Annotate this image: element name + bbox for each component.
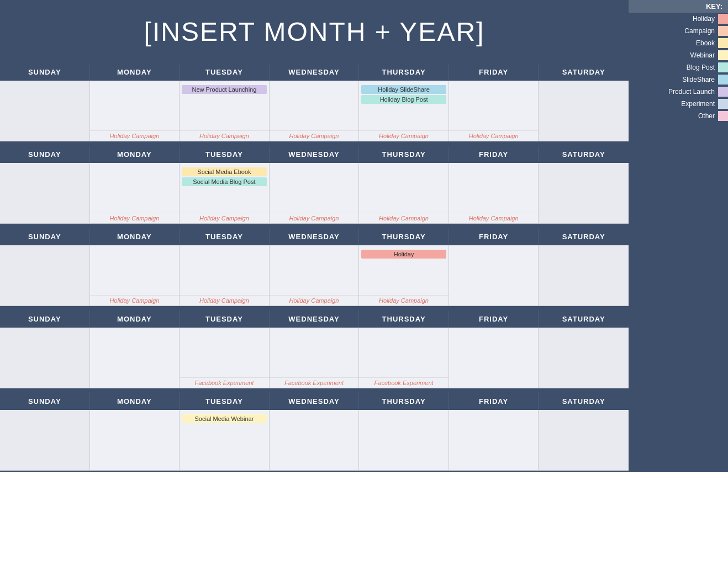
day-cell-week0-day3: Holiday Campaign	[270, 81, 360, 141]
event-tag[interactable]: Social Media Blog Post	[182, 177, 267, 186]
week-body-3: Facebook ExperimentFacebook ExperimentFa…	[0, 328, 629, 389]
day-header-wednesday: WEDNESDAY	[270, 310, 360, 328]
day-header-sunday: SUNDAY	[0, 393, 90, 410]
day-cell-week4-day1	[90, 410, 180, 471]
bottom-campaign-label: Facebook Experiment	[270, 377, 359, 388]
event-tag[interactable]: Social Media Webinar	[182, 414, 267, 423]
week-header-2: SUNDAYMONDAYTUESDAYWEDNESDAYTHURSDAYFRID…	[0, 228, 629, 245]
day-cell-week3-day2: Facebook Experiment	[180, 328, 270, 388]
week-body-2: Holiday CampaignHoliday CampaignHoliday …	[0, 245, 629, 307]
day-header-wednesday: WEDNESDAY	[270, 393, 360, 410]
day-cell-week1-day4: Holiday Campaign	[359, 163, 449, 224]
key-panel: KEY: HolidayCampaignEbookWebinarBlog Pos…	[629, 0, 728, 472]
day-cell-week4-day3	[270, 410, 360, 471]
day-header-friday: FRIDAY	[449, 393, 539, 410]
bottom-campaign-label: Holiday Campaign	[90, 295, 180, 306]
day-header-thursday: THURSDAY	[359, 310, 449, 328]
day-cell-week4-day2: Social Media Webinar	[180, 410, 270, 471]
day-header-monday: MONDAY	[90, 228, 180, 245]
day-header-thursday: THURSDAY	[359, 146, 449, 163]
day-cell-week0-day2: New Product LaunchingHoliday Campaign	[180, 81, 270, 141]
day-header-tuesday: TUESDAY	[180, 228, 270, 245]
day-header-friday: FRIDAY	[449, 146, 539, 163]
day-header-sunday: SUNDAY	[0, 228, 90, 245]
event-tags: New Product Launching	[180, 83, 269, 96]
bottom-campaign-label: Holiday Campaign	[449, 213, 539, 223]
week-header-0: SUNDAYMONDAYTUESDAYWEDNESDAYTHURSDAYFRID…	[0, 64, 629, 81]
day-header-friday: FRIDAY	[449, 228, 539, 245]
day-cell-week3-day0	[0, 328, 90, 388]
day-header-sunday: SUNDAY	[0, 310, 90, 328]
day-cell-week3-day3: Facebook Experiment	[270, 328, 360, 388]
day-cell-week1-day3: Holiday Campaign	[270, 163, 360, 224]
day-header-saturday: SATURDAY	[539, 393, 629, 410]
bottom-campaign-label: Facebook Experiment	[359, 377, 449, 388]
main-container: [INSERT MONTH + YEAR] SUNDAYMONDAYTUESDA…	[0, 0, 728, 472]
day-cell-week2-day0	[0, 245, 90, 306]
event-tag[interactable]: Social Media Ebook	[182, 167, 267, 176]
day-cell-week1-day6	[539, 163, 629, 224]
event-tags: Social Media EbookSocial Media Blog Post	[180, 165, 269, 188]
day-header-thursday: THURSDAY	[359, 228, 449, 245]
day-cell-week0-day1: Holiday Campaign	[90, 81, 180, 141]
day-header-friday: FRIDAY	[449, 64, 539, 81]
day-cell-week1-day5: Holiday Campaign	[449, 163, 539, 224]
day-cell-week3-day5	[449, 328, 539, 388]
day-header-monday: MONDAY	[90, 146, 180, 163]
day-cell-week4-day5	[449, 410, 539, 471]
day-cell-week2-day1: Holiday Campaign	[90, 245, 180, 306]
bottom-campaign-label: Holiday Campaign	[270, 213, 359, 223]
day-header-thursday: THURSDAY	[359, 64, 449, 81]
week-header-1: SUNDAYMONDAYTUESDAYWEDNESDAYTHURSDAYFRID…	[0, 146, 629, 163]
key-items: HolidayCampaignEbookWebinarBlog PostSlid…	[668, 13, 728, 122]
day-cell-week4-day0	[0, 410, 90, 471]
week-header-4: SUNDAYMONDAYTUESDAYWEDNESDAYTHURSDAYFRID…	[0, 393, 629, 410]
calendar-header: [INSERT MONTH + YEAR]	[0, 0, 629, 64]
bottom-campaign-label: Holiday Campaign	[449, 130, 539, 141]
event-tag[interactable]: Holiday Blog Post	[361, 95, 446, 104]
day-header-wednesday: WEDNESDAY	[270, 64, 360, 81]
weeks-container: SUNDAYMONDAYTUESDAYWEDNESDAYTHURSDAYFRID…	[0, 64, 629, 472]
day-cell-week0-day4: Holiday SlideShareHoliday Blog PostHolid…	[359, 81, 449, 141]
event-tag[interactable]: Holiday SlideShare	[361, 85, 446, 94]
day-cell-week2-day5	[449, 245, 539, 306]
day-header-friday: FRIDAY	[449, 310, 539, 328]
bottom-campaign-label: Holiday Campaign	[180, 130, 269, 141]
key-item-experiment: Experiment	[668, 98, 728, 110]
day-header-saturday: SATURDAY	[539, 310, 629, 328]
week-body-0: Holiday CampaignNew Product LaunchingHol…	[0, 81, 629, 143]
day-header-tuesday: TUESDAY	[180, 393, 270, 410]
event-tag[interactable]: New Product Launching	[182, 85, 267, 94]
day-header-tuesday: TUESDAY	[180, 310, 270, 328]
bottom-campaign-label: Holiday Campaign	[359, 295, 449, 306]
event-tag[interactable]: Holiday	[361, 250, 446, 259]
bottom-campaign-label: Holiday Campaign	[359, 213, 449, 223]
key-item-webinar: Webinar	[668, 49, 728, 61]
day-header-saturday: SATURDAY	[539, 146, 629, 163]
day-cell-week0-day6	[539, 81, 629, 141]
key-item-slideshare: SlideShare	[668, 73, 728, 86]
week-body-1: Holiday CampaignSocial Media EbookSocial…	[0, 163, 629, 225]
key-item-other: Other	[668, 110, 728, 122]
day-header-wednesday: WEDNESDAY	[270, 146, 360, 163]
day-cell-week0-day5: Holiday Campaign	[449, 81, 539, 141]
bottom-campaign-label: Holiday Campaign	[270, 130, 359, 141]
week-body-4: Social Media Webinar	[0, 410, 629, 472]
bottom-campaign-label: Holiday Campaign	[180, 295, 269, 306]
key-title: KEY:	[629, 0, 728, 13]
day-cell-week2-day6	[539, 245, 629, 306]
day-cell-week1-day1: Holiday Campaign	[90, 163, 180, 224]
day-cell-week1-day2: Social Media EbookSocial Media Blog Post…	[180, 163, 270, 224]
day-header-thursday: THURSDAY	[359, 393, 449, 410]
day-cell-week2-day2: Holiday Campaign	[180, 245, 270, 306]
event-tags: Holiday	[359, 247, 449, 261]
day-cell-week3-day1	[90, 328, 180, 388]
day-header-tuesday: TUESDAY	[180, 146, 270, 163]
key-item-product-launch: Product Launch	[668, 86, 728, 98]
calendar-area: [INSERT MONTH + YEAR] SUNDAYMONDAYTUESDA…	[0, 0, 629, 472]
day-cell-week4-day4	[359, 410, 449, 471]
day-cell-week2-day4: HolidayHoliday Campaign	[359, 245, 449, 306]
bottom-campaign-label: Holiday Campaign	[270, 295, 359, 306]
day-cell-week1-day0	[0, 163, 90, 224]
day-header-tuesday: TUESDAY	[180, 64, 270, 81]
